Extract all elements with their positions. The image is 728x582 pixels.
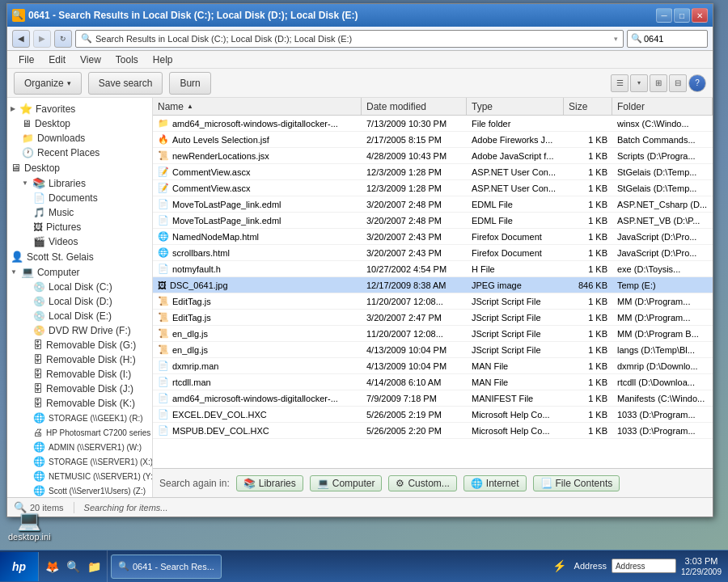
taskbar-item-search[interactable]: 🔍 0641 - Search Res... <box>111 555 222 579</box>
ql-firefox[interactable]: 🦊 <box>42 557 61 576</box>
minimize-button[interactable]: ─ <box>656 8 672 23</box>
search-internet-button[interactable]: 🌐 Internet <box>463 475 527 491</box>
sidebar-dvd-f[interactable]: 📀 DVD RW Drive (F:) <box>7 323 152 338</box>
sidebar-removable-i[interactable]: 🗄 Removable Disk (I:) <box>7 367 152 382</box>
file-icon-html1: 🌐 <box>158 231 169 242</box>
table-row[interactable]: 📜 EditTag.js 3/20/2007 2:47 PM JScript S… <box>153 310 713 326</box>
address-dropdown-icon[interactable]: ▾ <box>614 35 618 43</box>
table-row[interactable]: 🌐 NamedNodeMap.html 3/20/2007 2:43 PM Fi… <box>153 229 713 245</box>
help-button[interactable]: ? <box>688 74 706 92</box>
sidebar-favorites[interactable]: ▶ ⭐ Favorites <box>7 101 152 116</box>
table-row[interactable]: 📜 en_dlg.js 11/20/2007 12:08... JScript … <box>153 326 713 342</box>
save-search-button[interactable]: Save search <box>88 72 163 95</box>
table-row[interactable]: 📄 rtcdll.man 4/14/2008 6:10 AM MAN File … <box>153 374 713 390</box>
search-computer-button[interactable]: 💻 Computer <box>310 475 383 491</box>
close-button[interactable]: ✕ <box>692 8 708 23</box>
table-row[interactable]: 📄 amd64_microsoft-windows-digitallocker-… <box>153 390 713 407</box>
sidebar-desktop-root[interactable]: 🖥 Desktop <box>7 160 152 175</box>
views-button[interactable]: ☰ <box>611 74 629 92</box>
table-row[interactable]: 📜 newRenderLocations.jsx 4/28/2009 10:43… <box>153 148 713 164</box>
tray-address-bar[interactable]: Address <box>612 559 676 573</box>
sidebar-removable-h[interactable]: 🗄 Removable Disk (H:) <box>7 352 152 367</box>
menu-help[interactable]: Help <box>146 53 180 67</box>
col-type-header[interactable]: Type <box>467 98 564 115</box>
file-cell-size <box>564 116 612 131</box>
menu-file[interactable]: File <box>12 53 40 67</box>
search-input[interactable] <box>644 34 704 44</box>
file-cell-name: 🌐 scrollbars.html <box>153 245 362 260</box>
sidebar-scott-z[interactable]: 🌐 Scott (\\Server1\Users) (Z:) <box>7 483 152 497</box>
sidebar-netmusic-y[interactable]: 🌐 NETMUSIC (\\SERVER1) (Y:) <box>7 469 152 483</box>
sidebar-pictures[interactable]: 🖼 Pictures <box>7 220 152 234</box>
table-row[interactable]: 📄 MoveToLastPage_link.edml 3/20/2007 2:4… <box>153 213 713 229</box>
col-size-header[interactable]: Size <box>564 98 612 115</box>
window-title: 0641 - Search Results in Local Disk (C:)… <box>28 10 653 21</box>
sidebar-storage-x[interactable]: 🌐 STORAGE (\\SERVER1) (X:) <box>7 454 152 469</box>
menu-edit[interactable]: Edit <box>42 53 72 67</box>
forward-button[interactable]: ▶ <box>33 30 51 48</box>
menu-tools[interactable]: Tools <box>109 53 145 67</box>
file-icon-html2: 🌐 <box>158 247 169 258</box>
table-row[interactable]: 📄 MoveToLastPage_link.edml 3/20/2007 2:4… <box>153 196 713 213</box>
address-icon: 🔍 <box>81 33 92 44</box>
sidebar-local-c[interactable]: 💿 Local Disk (C:) <box>7 280 152 294</box>
sidebar-videos[interactable]: 🎬 Videos <box>7 234 152 249</box>
table-row[interactable]: 🔥 Auto Levels Selection.jsf 2/17/2005 8:… <box>153 132 713 148</box>
sidebar-local-d[interactable]: 💿 Local Disk (D:) <box>7 294 152 309</box>
table-row[interactable]: 📜 en_dlg.js 4/13/2009 10:04 PM JScript S… <box>153 342 713 358</box>
sidebar-admin-w[interactable]: 🌐 ADMIN (\\SERVER1) (W:) <box>7 440 152 454</box>
downloads-folder-icon: 📁 <box>22 133 34 144</box>
file-icon-manifest: 📄 <box>158 393 169 403</box>
sidebar-music[interactable]: 🎵 Music <box>7 205 152 220</box>
sidebar-removable-j[interactable]: 🗄 Removable Disk (J:) <box>7 382 152 396</box>
table-row[interactable]: 📄 MSPUB.DEV_COL.HXC 5/26/2005 2:20 PM Mi… <box>153 423 713 439</box>
views-dropdown[interactable]: ▾ <box>630 74 648 92</box>
table-row[interactable]: 📁 amd64_microsoft-windows-digitallocker-… <box>153 116 713 132</box>
sidebar-computer[interactable]: ▼ 💻 Computer <box>7 264 152 280</box>
file-cell-name: 📝 CommentView.ascx <box>153 180 362 196</box>
sort-arrow-name: ▲ <box>187 103 193 110</box>
sidebar-documents[interactable]: 📄 Documents <box>7 191 152 205</box>
sidebar-storage-r[interactable]: 🌐 STORAGE (\\GEEK1) (R:) <box>7 411 152 425</box>
search-libraries-button[interactable]: 📚 Libraries <box>236 475 303 491</box>
sidebar-local-e[interactable]: 💿 Local Disk (E:) <box>7 309 152 323</box>
file-cell-name: 📜 en_dlg.js <box>153 342 362 357</box>
search-box[interactable]: 🔍 <box>627 30 708 48</box>
sidebar-item-desktop[interactable]: 🖥 Desktop <box>7 116 152 131</box>
col-name-header[interactable]: Name ▲ <box>153 98 362 115</box>
table-row[interactable]: 📄 EXCEL.DEV_COL.HXC 5/26/2005 2:19 PM Mi… <box>153 407 713 423</box>
search-file-contents-button[interactable]: 📃 File Contents <box>533 475 620 491</box>
sidebar-user[interactable]: 👤 Scott St. Gelais <box>7 249 152 264</box>
table-row[interactable]: 🌐 scrollbars.html 3/20/2007 2:43 PM Fire… <box>153 245 713 261</box>
burn-button[interactable]: Burn <box>169 72 210 95</box>
titlebar-buttons: ─ □ ✕ <box>656 8 708 23</box>
table-row[interactable]: 📜 EditTag.js 11/20/2007 12:08... JScript… <box>153 293 713 310</box>
tray-flashing[interactable]: ⚡ <box>550 556 569 576</box>
table-row[interactable]: 📝 CommentView.ascx 12/3/2009 1:28 PM ASP… <box>153 180 713 196</box>
refresh-button[interactable]: ↻ <box>54 30 72 48</box>
ql-search[interactable]: 🔍 <box>63 557 83 576</box>
organize-button[interactable]: Organize ▾ <box>14 72 82 95</box>
sidebar-item-recent-places[interactable]: 🕐 Recent Places <box>7 146 152 160</box>
preview-button[interactable]: ⊞ <box>650 74 667 92</box>
table-row[interactable]: 📄 notmyfault.h 10/27/2002 4:54 PM H File… <box>153 261 713 277</box>
sidebar-removable-g[interactable]: 🗄 Removable Disk (G:) <box>7 338 152 352</box>
back-button[interactable]: ◀ <box>12 30 30 48</box>
desktop-icon-shortcut[interactable]: 💻 desktop.ini <box>8 509 51 542</box>
ql-folder[interactable]: 📁 <box>84 557 104 576</box>
table-row[interactable]: 📝 CommentView.ascx 12/3/2009 1:28 PM ASP… <box>153 164 713 180</box>
table-row[interactable]: 🖼 DSC_0641.jpg 12/17/2009 8:38 AM JPEG i… <box>153 277 713 293</box>
sidebar-item-downloads[interactable]: 📁 Downloads <box>7 131 152 146</box>
col-date-header[interactable]: Date modified <box>362 98 467 115</box>
taskbar-logo[interactable]: hp <box>0 552 39 581</box>
menu-view[interactable]: View <box>74 53 108 67</box>
table-row[interactable]: 📄 dxmrip.man 4/13/2009 10:04 PM MAN File… <box>153 358 713 374</box>
address-path[interactable]: 🔍 Search Results in Local Disk (C:); Loc… <box>75 30 624 48</box>
sidebar-libraries[interactable]: ▼ 📚 Libraries <box>7 175 152 191</box>
sidebar-hp-photosmart[interactable]: 🖨 HP Photosmart C7200 series (\\192.168.… <box>7 425 152 440</box>
sidebar-removable-k[interactable]: 🗄 Removable Disk (K:) <box>7 396 152 411</box>
col-folder-header[interactable]: Folder <box>612 98 713 115</box>
maximize-button[interactable]: □ <box>674 8 690 23</box>
details-button[interactable]: ⊟ <box>669 74 687 92</box>
search-custom-button[interactable]: ⚙ Custom... <box>388 475 456 491</box>
